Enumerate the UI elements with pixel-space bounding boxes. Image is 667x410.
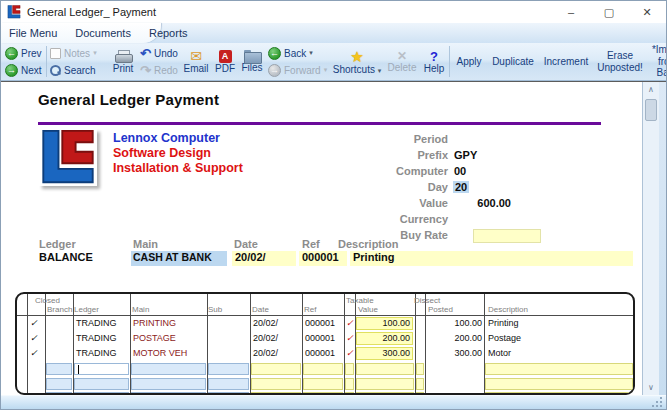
scroll-down-icon[interactable]: ∨: [643, 380, 659, 395]
entry-ref-cell[interactable]: [303, 363, 343, 375]
files-button[interactable]: Files: [238, 44, 266, 79]
col-ledger[interactable]: Ledger: [74, 305, 99, 314]
value-field[interactable]: 600.00: [446, 197, 511, 209]
col-ref[interactable]: Ref: [304, 305, 316, 314]
pdf-icon: A: [219, 50, 232, 63]
col-branch[interactable]: Branch: [47, 305, 72, 314]
email-icon: ✉: [190, 49, 202, 63]
entry-description-cell[interactable]: [485, 363, 633, 375]
taxable-check-icon: ✓: [346, 318, 354, 328]
col-dissect: Dissect: [414, 296, 440, 305]
resize-grip-icon[interactable]: [660, 405, 662, 407]
entry-ledger-cell[interactable]: [74, 363, 129, 375]
toolbar-separator: [449, 46, 450, 77]
toolbar-separator: [46, 46, 47, 77]
buy-rate-field[interactable]: [473, 229, 541, 243]
back-button[interactable]: ← Back ▾: [266, 45, 330, 62]
description-field[interactable]: Printing: [350, 251, 633, 266]
closed-check-icon: ✓: [30, 333, 38, 343]
help-button[interactable]: ? Help: [420, 44, 448, 79]
next-icon: →: [5, 64, 18, 77]
col-closed: Closed: [35, 296, 60, 305]
next-button[interactable]: → Next: [3, 62, 45, 79]
window-title: General Ledger_ Payment: [27, 6, 156, 18]
delete-icon: ✕: [397, 50, 407, 62]
prev-button[interactable]: ← Prev: [3, 45, 45, 62]
help-icon: ?: [430, 50, 438, 63]
vertical-scrollbar[interactable]: ∧ ∨: [642, 82, 659, 395]
duplicate-button[interactable]: Duplicate: [487, 44, 539, 79]
entry-sub-cell[interactable]: [208, 363, 249, 375]
scrollbar-thumb[interactable]: [645, 99, 657, 121]
closed-check-icon: ✓: [30, 348, 38, 358]
pdf-button[interactable]: A PDF: [212, 44, 238, 79]
computer-field[interactable]: 00: [454, 165, 466, 177]
computer-label: Computer: [328, 165, 448, 177]
entry-taxable-cell[interactable]: [345, 363, 354, 375]
ref-field[interactable]: 000001: [299, 251, 347, 266]
print-button[interactable]: Print: [108, 44, 138, 79]
prefix-field[interactable]: GPY: [454, 149, 477, 161]
page-title: General Ledger Payment: [38, 91, 219, 108]
forward-button: → Forward ▾: [266, 62, 330, 79]
date-header: Date: [234, 238, 258, 250]
search-button[interactable]: Search: [48, 62, 108, 79]
shortcuts-icon: ★: [350, 49, 363, 64]
currency-label: Currency: [328, 213, 448, 225]
table-row[interactable]: ✓ TRADING POSTAGE 20/02/ 000001 ✓ 200.00…: [17, 332, 633, 346]
print-icon: [115, 50, 131, 63]
maximize-button[interactable]: ▢: [590, 1, 628, 23]
delete-button: ✕ Delete: [384, 44, 420, 79]
scroll-up-icon[interactable]: ∧: [643, 82, 659, 97]
statusbar: [1, 395, 666, 410]
notes-icon: [50, 48, 61, 59]
period-label: Period: [328, 133, 448, 145]
main-header: Main: [133, 238, 158, 250]
entry-main-cell[interactable]: [131, 363, 206, 375]
date-field[interactable]: 20/02/: [232, 251, 296, 266]
taxable-check-icon: ✓: [346, 333, 354, 343]
minimize-button[interactable]: –: [552, 1, 590, 23]
menu-file[interactable]: File Menu: [7, 26, 59, 40]
col-value[interactable]: Value: [358, 305, 378, 314]
col-main[interactable]: Main: [132, 305, 149, 314]
email-button[interactable]: ✉ Email: [180, 44, 212, 79]
app-icon: [7, 5, 21, 19]
import-from-bank-button[interactable]: *ImportfromBank: [647, 44, 666, 79]
prev-icon: ←: [5, 47, 18, 60]
apply-button[interactable]: Apply: [451, 44, 487, 79]
entry-date-cell[interactable]: [251, 363, 301, 375]
col-posted[interactable]: Posted: [428, 305, 453, 314]
back-caret-icon[interactable]: ▾: [309, 49, 313, 57]
ledger-value[interactable]: BALANCE: [39, 251, 93, 266]
col-sub[interactable]: Sub: [208, 305, 222, 314]
table-row[interactable]: ✓ TRADING PRINTING 20/02/ 000001 ✓ 100.0…: [17, 317, 633, 331]
erase-unposted-button[interactable]: EraseUnposted!: [593, 44, 647, 79]
menu-documents[interactable]: Documents: [73, 26, 133, 40]
entry-branch-cell[interactable]: [46, 363, 72, 375]
close-button[interactable]: ✕: [628, 1, 666, 23]
entry-value-cell[interactable]: [356, 363, 414, 375]
toolbar: ← Prev → Next Notes ▾ Search Print: [1, 43, 666, 81]
col-date[interactable]: Date: [252, 305, 269, 314]
notes-button: Notes ▾: [48, 45, 108, 62]
entry-dissect-cell[interactable]: [416, 363, 424, 375]
menu-reports[interactable]: Reports: [147, 26, 190, 40]
shortcuts-button[interactable]: ★ Shortcuts ▾: [330, 44, 384, 79]
table-row[interactable]: ✓ TRADING MOTOR VEH 20/02/ 000001 ✓ 300.…: [17, 347, 633, 361]
window-frame-strip: [659, 82, 666, 395]
value-label: Value: [328, 197, 448, 209]
increment-button[interactable]: Increment: [539, 44, 593, 79]
app-window: General Ledger_ Payment – ▢ ✕ File Menu …: [0, 0, 667, 410]
col-taxable: Taxable: [346, 296, 374, 305]
shortcuts-caret-icon[interactable]: ▾: [378, 67, 382, 74]
menubar: File Menu Documents Reports: [1, 23, 666, 43]
text-cursor: [78, 365, 79, 374]
forward-caret-icon: ▾: [324, 66, 328, 74]
day-field[interactable]: 20: [453, 181, 469, 193]
col-description[interactable]: Description: [488, 305, 528, 314]
undo-icon: ↶: [140, 47, 151, 60]
undo-button[interactable]: ↶ Undo: [138, 45, 180, 62]
search-icon: [50, 65, 61, 76]
main-account-field[interactable]: CASH AT BANK: [131, 251, 227, 266]
